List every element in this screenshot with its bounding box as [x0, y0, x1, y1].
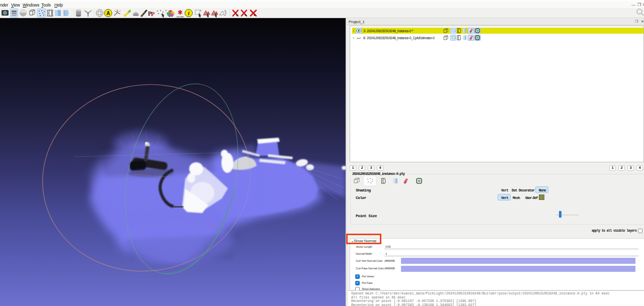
svg-text:P: P	[151, 11, 154, 18]
svg-text:A: A	[106, 11, 110, 16]
svg-text:GEOREF: GEOREF	[177, 16, 184, 18]
